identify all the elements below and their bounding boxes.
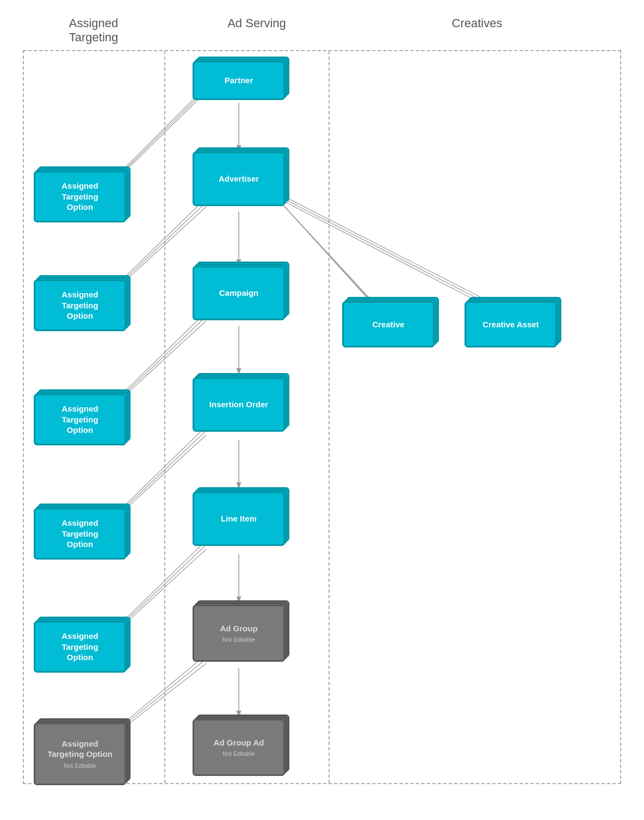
insertion-order-label: Insertion Order [209, 399, 268, 410]
ad-group-ad-label: Ad Group Ad [214, 737, 264, 748]
ad-group-node: Ad Group Not Editable [193, 605, 285, 662]
ato1-node: AssignedTargetingOption [34, 171, 126, 222]
advertiser-stack: Advertiser [193, 152, 285, 206]
advertiser-node: Advertiser [193, 152, 285, 206]
campaign-label: Campaign [219, 288, 259, 299]
advertiser-label: Advertiser [219, 173, 259, 184]
ato5-stack: AssignedTargetingOption [34, 621, 126, 673]
ato6-subtitle: Not Editable [64, 762, 96, 769]
col-header-creatives: Creatives [333, 16, 621, 45]
svg-line-13 [277, 195, 500, 310]
divider-1 [164, 51, 165, 783]
ato2-stack: AssignedTargetingOption [34, 279, 126, 331]
ato4-label: AssignedTargetingOption [61, 518, 98, 550]
col-header-ad-serving: Ad Serving [164, 16, 333, 45]
ad-group-ad-node: Ad Group Ad Not Editable [193, 719, 285, 776]
ato1-stack: AssignedTargetingOption [34, 171, 126, 222]
line-item-label: Line Item [221, 513, 257, 524]
svg-line-10 [274, 195, 380, 311]
creative-label: Creative [372, 319, 404, 330]
partner-stack: Partner [193, 61, 285, 100]
ato4-node: AssignedTargetingOption [34, 508, 126, 560]
creative-asset-node: Creative Asset [465, 301, 557, 347]
ato6-stack: AssignedTargeting Option Not Editable [34, 723, 126, 785]
column-headers: AssignedTargeting Ad Serving Creatives [23, 16, 621, 45]
campaign-stack: Campaign [193, 266, 285, 320]
ato1-label: AssignedTargetingOption [61, 181, 98, 213]
ad-group-ad-subtitle: Not Editable [222, 750, 255, 757]
ato6-label: AssignedTargeting Option [47, 738, 113, 760]
partner-node: Partner [193, 61, 285, 100]
ato6-node: AssignedTargeting Option Not Editable [34, 723, 126, 785]
ato4-stack: AssignedTargetingOption [34, 508, 126, 560]
ad-group-ad-stack: Ad Group Ad Not Editable [193, 719, 285, 776]
partner-label: Partner [225, 75, 253, 86]
ato5-label: AssignedTargetingOption [61, 631, 98, 663]
ad-group-stack: Ad Group Not Editable [193, 605, 285, 662]
diagram-container: AssignedTargeting Ad Serving Creatives [23, 16, 621, 784]
line-item-stack: Line Item [193, 492, 285, 546]
insertion-order-stack: Insertion Order [193, 377, 285, 432]
creative-node: Creative [342, 301, 435, 347]
line-item-node: Line Item [193, 492, 285, 546]
ad-group-label: Ad Group [220, 623, 257, 634]
ad-group-subtitle: Not Editable [222, 636, 255, 643]
ato3-stack: AssignedTargetingOption [34, 394, 126, 445]
ato3-label: AssignedTargetingOption [61, 403, 98, 436]
main-area: Partner AssignedTargetingOption Advertis… [23, 50, 621, 784]
ato2-node: AssignedTargetingOption [34, 279, 126, 331]
ato3-node: AssignedTargetingOption [34, 394, 126, 445]
creative-asset-stack: Creative Asset [465, 301, 557, 347]
campaign-node: Campaign [193, 266, 285, 320]
creative-stack: Creative [342, 301, 435, 347]
col-header-assigned-targeting: AssignedTargeting [23, 16, 164, 45]
ato2-label: AssignedTargetingOption [61, 289, 98, 321]
creative-asset-label: Creative Asset [482, 319, 539, 330]
divider-2 [329, 51, 330, 783]
insertion-order-node: Insertion Order [193, 377, 285, 432]
svg-line-12 [274, 191, 497, 306]
ato5-node: AssignedTargetingOption [34, 621, 126, 673]
